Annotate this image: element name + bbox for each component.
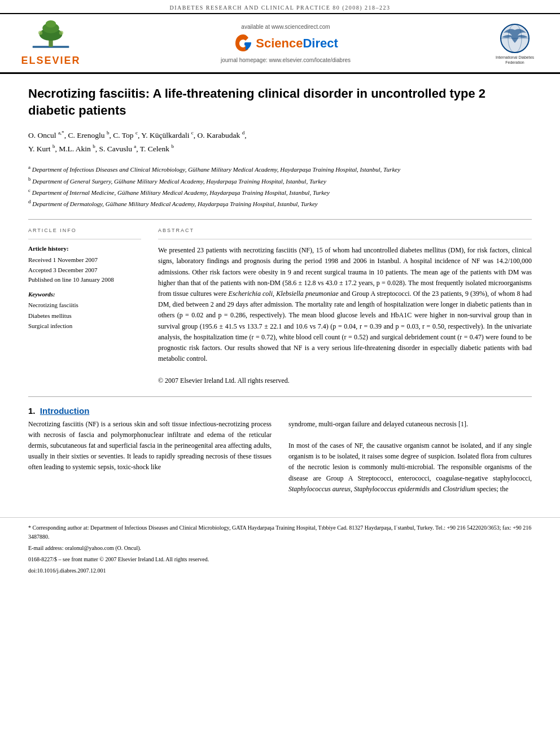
section-divider	[28, 219, 532, 220]
idf-logo: International Diabetes Federation	[487, 21, 543, 65]
sd-science: Science	[256, 36, 303, 50]
article-info-label: ARTICLE INFO	[28, 228, 141, 233]
doi-text: doi:10.1016/j.diabres.2007.12.001	[28, 566, 532, 575]
idf-badge-icon	[495, 21, 535, 55]
sd-logo-text: ScienceDirect	[256, 36, 338, 51]
elsevier-tree-icon	[28, 20, 73, 54]
available-text: available at www.sciencedirect.com	[241, 24, 330, 30]
sciencedirect-logo: ScienceDirect	[233, 33, 338, 54]
email-text: E-mail address: oralonul@yahoo.com (O. O…	[28, 545, 141, 551]
received-date: Received 1 November 2007	[28, 255, 141, 265]
sd-direct: Direct	[303, 36, 338, 50]
keyword-3: Surgical infection	[28, 321, 141, 331]
copyright-text: © 2007 Elsevier Ireland Ltd. All rights …	[158, 377, 290, 385]
journal-header: DIABETES RESEARCH AND CLINICAL PRACTICE …	[0, 0, 560, 14]
accepted-date: Accepted 3 December 2007	[28, 265, 141, 276]
intro-divider	[28, 396, 532, 397]
keywords-list: Necrotizing fasciitis Diabetes mellitus …	[28, 300, 141, 331]
center-banner: available at www.sciencedirect.com Scien…	[85, 24, 487, 63]
intro-columns: Necrotizing fasciitis (NF) is a serious …	[28, 419, 532, 495]
page: DIABETES RESEARCH AND CLINICAL PRACTICE …	[0, 0, 560, 747]
sciencedirect-icon	[233, 33, 253, 54]
elsevier-wordmark: ELSEVIER	[21, 55, 80, 67]
email-footnote: E-mail address: oralonul@yahoo.com (O. O…	[28, 544, 532, 553]
article-info-abstract-section: ARTICLE INFO Article history: Received 1…	[28, 228, 532, 386]
corresponding-author-footnote: * Corresponding author at: Department of…	[28, 523, 532, 541]
abstract-text: We presented 23 patients with necrotizin…	[158, 245, 532, 386]
abstract-label: ABSTRACT	[158, 228, 532, 233]
article-info-column: ARTICLE INFO Article history: Received 1…	[28, 228, 141, 386]
corresponding-author-text: * Corresponding author at: Department of…	[28, 525, 531, 540]
intro-right-col: syndrome, multi-organ failure and delaye…	[288, 419, 532, 495]
keywords-label: Keywords:	[28, 291, 141, 298]
section-number: 1. Introduction	[28, 406, 532, 416]
authors: O. Oncul a,*, C. Erenoglu b, C. Top c, Y…	[28, 129, 532, 155]
journal-homepage: journal homepage: www.elsevier.com/locat…	[221, 57, 351, 63]
abstract-divider	[158, 239, 532, 239]
svg-point-6	[59, 30, 63, 34]
affiliations: a Department of Infectious Diseases and …	[28, 163, 532, 209]
keyword-2: Diabetes mellitus	[28, 311, 141, 321]
main-content: Necrotizing fasciitis: A life-threatenin…	[0, 74, 560, 506]
history-label: Article history:	[28, 245, 141, 252]
article-title: Necrotizing fasciitis: A life-threatenin…	[28, 85, 532, 119]
logo-banner: ELSEVIER available at www.sciencedirect.…	[0, 14, 560, 74]
introduction-section: 1. Introduction Necrotizing fasciitis (N…	[28, 406, 532, 495]
intro-title: Introduction	[40, 406, 89, 416]
keyword-1: Necrotizing fasciitis	[28, 300, 141, 311]
info-divider	[28, 239, 141, 239]
intro-left-text: Necrotizing fasciitis (NF) is a serious …	[28, 419, 272, 473]
svg-point-5	[38, 30, 42, 34]
published-date: Published on line 10 January 2008	[28, 275, 141, 285]
elsevier-logo: ELSEVIER	[17, 20, 85, 67]
license-text: 0168-8227/$ – see front matter © 2007 El…	[28, 555, 532, 564]
intro-right-text: syndrome, multi-organ failure and delaye…	[288, 419, 532, 495]
svg-point-4	[46, 20, 56, 28]
journal-header-text: DIABETES RESEARCH AND CLINICAL PRACTICE …	[170, 5, 391, 11]
intro-left-col: Necrotizing fasciitis (NF) is a serious …	[28, 419, 272, 495]
footer-area: * Corresponding author at: Department of…	[0, 517, 560, 581]
abstract-column: ABSTRACT We presented 23 patients with n…	[158, 228, 532, 386]
idf-text: International Diabetes Federation	[487, 55, 543, 65]
